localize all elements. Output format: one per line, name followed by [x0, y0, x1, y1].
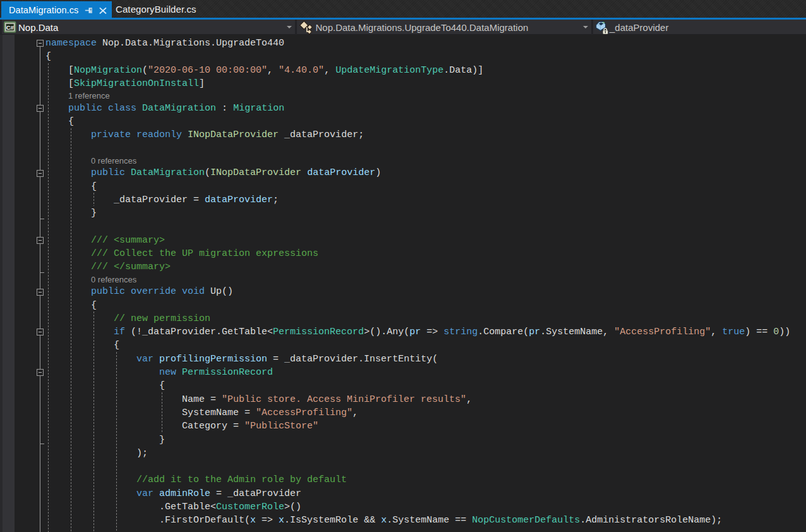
svg-text:C#: C#	[6, 23, 15, 30]
